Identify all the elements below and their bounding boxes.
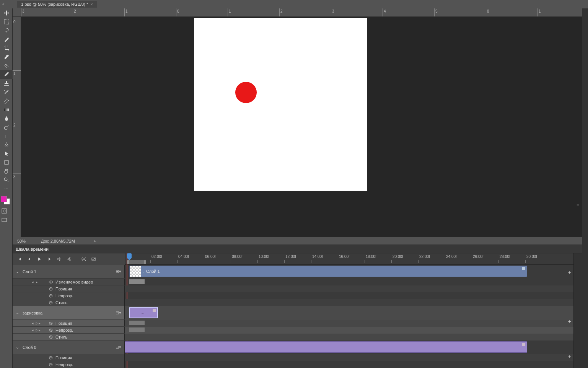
timeline-prop-row[interactable]: ◷Непрозр. <box>13 292 125 299</box>
clip-bar[interactable] <box>125 341 527 353</box>
screenmode-icon[interactable] <box>0 216 8 224</box>
quickmask-icon[interactable] <box>0 207 8 215</box>
prev-frame-button[interactable] <box>25 255 34 264</box>
timeline-layer-header[interactable]: ⌄ Слой 0 ⊟▾ <box>13 340 125 354</box>
brush-tool[interactable] <box>0 70 13 79</box>
layer-menu-icon[interactable]: ⊟▾ <box>116 269 121 274</box>
eraser-tool[interactable] <box>0 96 13 105</box>
timeline-prop-row[interactable]: ◷Позиция <box>13 354 125 361</box>
track-lane[interactable] <box>125 285 573 292</box>
next-frame-button[interactable] <box>45 255 54 264</box>
timeline-prop-row[interactable]: ◂▸Изменяемое видео <box>13 279 125 285</box>
audio-button[interactable] <box>55 255 64 264</box>
transition-button[interactable] <box>89 255 98 264</box>
canvas-viewport[interactable] <box>21 17 582 237</box>
stopwatch-icon[interactable]: ◷ <box>49 355 53 360</box>
foreground-color[interactable] <box>1 196 7 202</box>
heal-tool[interactable] <box>0 61 13 70</box>
track-lane[interactable] <box>125 334 573 340</box>
zoom-tool[interactable] <box>0 175 13 184</box>
track-lane[interactable]: ⌄ Слой 1 <box>125 265 573 279</box>
timeline-prop-row[interactable]: ◷Непрозр. <box>13 361 125 368</box>
timeline-prop-row[interactable]: ◷Позиция <box>13 285 125 292</box>
clip-bar[interactable]: ⌄ Слой 1 <box>129 266 527 277</box>
track-lane[interactable]: ⌄ <box>125 306 573 320</box>
horizontal-ruler[interactable]: 3 2 1 0 1 2 3 4 5 0 1 <box>21 8 582 17</box>
color-swatches[interactable] <box>0 195 12 206</box>
type-tool[interactable]: T <box>0 131 13 140</box>
hand-tool[interactable] <box>0 167 13 175</box>
zoom-level[interactable]: 50% <box>17 239 26 243</box>
timeline-prop-row[interactable]: ◂◇▸◷Непрозр. <box>13 327 125 334</box>
marquee-tool[interactable] <box>0 17 13 26</box>
timeline-ruler[interactable]: 02:00f 04:00f 06:00f 08:00f 10:00f 12:00… <box>125 253 573 265</box>
track-lane[interactable] <box>125 327 573 334</box>
track-lane[interactable] <box>125 292 573 299</box>
timeline-prop-row[interactable]: ◂◇▸◷Позиция <box>13 320 125 327</box>
stopwatch-icon[interactable]: ◷ <box>49 362 53 367</box>
eyedropper-tool[interactable] <box>0 52 13 61</box>
lasso-tool[interactable] <box>0 26 13 35</box>
stamp-tool[interactable] <box>0 79 13 88</box>
track-lane[interactable] <box>125 354 573 361</box>
collapse-icon[interactable]: ⌄ <box>16 269 20 274</box>
close-tab-icon[interactable]: × <box>90 2 93 6</box>
chevron-down-icon[interactable]: ⌄ <box>142 270 145 273</box>
document-tab[interactable]: 1.psd @ 50% (зарисовка, RGB/8) * × <box>17 1 97 8</box>
add-track-button[interactable]: + <box>568 269 571 276</box>
chevron-down-icon[interactable]: ⌄ <box>141 310 144 315</box>
expand-panels-icon[interactable]: » <box>2 2 5 6</box>
vertical-ruler[interactable]: 0 1 2 3 <box>13 17 21 237</box>
dodge-tool[interactable] <box>0 123 13 131</box>
clip-bar[interactable]: ⌄ <box>129 307 158 318</box>
keyframe-range[interactable] <box>129 321 145 325</box>
stopwatch-icon[interactable]: ◷ <box>49 300 53 305</box>
wand-tool[interactable] <box>0 35 13 44</box>
stopwatch-icon[interactable]: ◷ <box>49 287 53 291</box>
track-lane[interactable] <box>125 340 573 354</box>
add-track-button[interactable]: + <box>568 318 571 324</box>
gradient-tool[interactable] <box>0 105 13 114</box>
panel-menu-icon[interactable]: ≡ <box>577 203 579 207</box>
prop-label: Позиция <box>55 355 72 360</box>
doc-size[interactable]: Док: 2,86M/5,72M <box>41 239 75 243</box>
pen-tool[interactable] <box>0 140 13 149</box>
stopwatch-icon[interactable]: ◷ <box>49 328 53 332</box>
ruler-tick: 1 <box>125 9 128 13</box>
crop-tool[interactable] <box>0 44 13 52</box>
timeline-prop-row[interactable]: ◷Стиль <box>13 299 125 306</box>
shape-tool[interactable] <box>0 158 13 167</box>
stopwatch-icon[interactable]: ◷ <box>49 293 53 298</box>
first-frame-button[interactable] <box>15 255 24 264</box>
track-lane[interactable] <box>125 361 573 368</box>
history-brush-tool[interactable] <box>0 88 13 96</box>
timeline-prop-row[interactable]: ◷Стиль <box>13 334 125 340</box>
keyframe-range[interactable] <box>129 279 145 284</box>
timeline-layer-header[interactable]: ⌄ зарисовка ⊟▾ <box>13 306 125 320</box>
collapse-icon[interactable]: ⌄ <box>16 345 20 350</box>
path-select-tool[interactable] <box>0 149 13 158</box>
track-lane[interactable] <box>125 299 573 306</box>
svg-rect-6 <box>2 209 7 213</box>
add-track-button[interactable]: + <box>568 353 571 360</box>
stopwatch-icon[interactable]: ◷ <box>49 335 53 339</box>
layer-menu-icon[interactable]: ⊟▾ <box>116 310 121 315</box>
move-tool[interactable] <box>0 8 13 17</box>
split-button[interactable] <box>79 255 88 264</box>
layer-menu-icon[interactable]: ⊟▾ <box>116 345 121 350</box>
blur-tool[interactable] <box>0 114 13 123</box>
playhead[interactable] <box>127 253 132 258</box>
panel-dock[interactable] <box>582 8 588 368</box>
track-lane[interactable] <box>125 320 573 327</box>
play-button[interactable] <box>35 255 44 264</box>
edit-toolbar-icon[interactable]: ⋯ <box>0 184 13 193</box>
track-lane[interactable] <box>125 279 573 285</box>
work-area-bar[interactable] <box>127 260 146 264</box>
stopwatch-icon[interactable]: ◷ <box>49 321 53 326</box>
collapse-icon[interactable]: ⌄ <box>16 310 20 315</box>
status-arrow-icon[interactable]: ▸ <box>94 238 96 243</box>
timeline-header[interactable]: Шкала времени <box>13 245 582 253</box>
settings-button[interactable] <box>65 255 74 264</box>
timeline-layer-header[interactable]: ⌄ Слой 1 ⊟▾ <box>13 265 125 279</box>
keyframe-range[interactable] <box>129 327 145 332</box>
